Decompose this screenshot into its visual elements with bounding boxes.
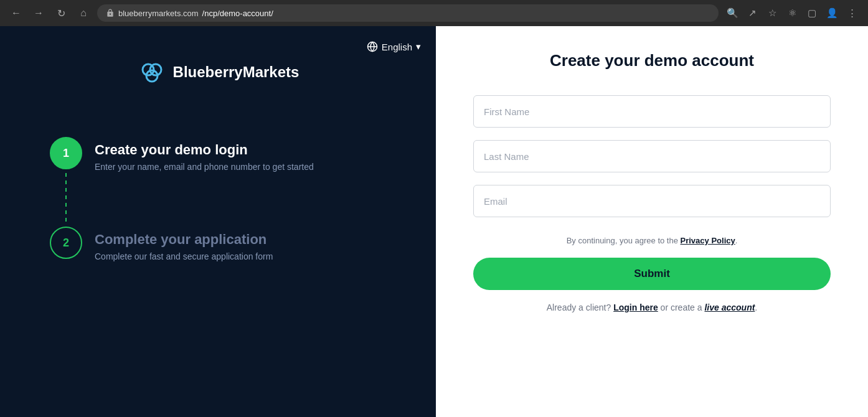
search-icon-btn[interactable]: 🔍 bbox=[724, 4, 741, 22]
last-name-group bbox=[473, 140, 831, 172]
logo-area: BlueberryMarkets bbox=[0, 26, 436, 87]
reload-button[interactable]: ↻ bbox=[52, 4, 70, 22]
step-1-item: 1 Create your demo login Enter your name… bbox=[50, 137, 399, 227]
step-connector-line bbox=[65, 173, 67, 223]
browser-chrome: ← → ↻ ⌂ blueberrymarkets.com/ncp/demo-ac… bbox=[0, 0, 868, 26]
step-2-title: Complete your application bbox=[95, 232, 273, 248]
logo-light: Markets bbox=[243, 63, 300, 80]
step-2-description: Complete our fast and secure application… bbox=[95, 251, 273, 261]
home-button[interactable]: ⌂ bbox=[75, 4, 92, 22]
lock-icon bbox=[106, 9, 115, 17]
last-name-input[interactable] bbox=[473, 140, 831, 172]
step-1-description: Enter your name, email and phone number … bbox=[95, 162, 314, 172]
left-panel: English ▾ BlueberryMarkets 1 bbox=[0, 26, 436, 417]
step-1-content: Create your demo login Enter your name, … bbox=[95, 137, 314, 172]
globe-icon bbox=[367, 41, 378, 52]
star-icon-btn[interactable]: ☆ bbox=[763, 4, 781, 22]
step-1-connector: 1 bbox=[50, 137, 82, 227]
url-prefix: blueberrymarkets.com bbox=[118, 9, 199, 18]
profile-icon-btn[interactable]: 👤 bbox=[823, 4, 841, 22]
step-2-connector: 2 bbox=[50, 227, 82, 259]
live-account-link[interactable]: live account bbox=[704, 302, 755, 312]
form-title: Create your demo account bbox=[550, 51, 754, 70]
step-1-title: Create your demo login bbox=[95, 142, 314, 158]
privacy-prefix: By continuing, you agree to the bbox=[567, 236, 678, 245]
email-group bbox=[473, 185, 831, 217]
url-path: /ncp/demo-account/ bbox=[202, 9, 273, 18]
right-panel: Create your demo account By continuing, … bbox=[436, 26, 868, 417]
email-input[interactable] bbox=[473, 185, 831, 217]
window-icon-btn[interactable]: ▢ bbox=[803, 4, 821, 22]
back-button[interactable]: ← bbox=[7, 4, 25, 22]
privacy-notice: By continuing, you agree to the Privacy … bbox=[567, 236, 738, 245]
chevron-down-icon: ▾ bbox=[416, 41, 421, 52]
forward-button[interactable]: → bbox=[30, 4, 47, 22]
language-selector[interactable]: English ▾ bbox=[367, 41, 421, 52]
step-2-item: 2 Complete your application Complete our… bbox=[50, 227, 399, 261]
login-link[interactable]: Login here bbox=[613, 302, 658, 312]
logo-text: BlueberryMarkets bbox=[173, 63, 300, 81]
share-icon-btn[interactable]: ↗ bbox=[743, 4, 761, 22]
blueberry-logo-icon bbox=[137, 57, 167, 87]
privacy-policy-link[interactable]: Privacy Policy bbox=[681, 236, 735, 245]
steps-area: 1 Create your demo login Enter your name… bbox=[0, 87, 436, 417]
step-1-circle: 1 bbox=[50, 137, 82, 169]
language-label: English bbox=[382, 42, 412, 52]
submit-button[interactable]: Submit bbox=[473, 258, 831, 290]
step-2-circle: 2 bbox=[50, 227, 82, 259]
menu-icon-btn[interactable]: ⋮ bbox=[843, 4, 861, 22]
extension-icon-btn[interactable]: ⚛ bbox=[783, 4, 801, 22]
first-name-input[interactable] bbox=[473, 95, 831, 128]
address-bar[interactable]: blueberrymarkets.com/ncp/demo-account/ bbox=[97, 4, 719, 22]
logo-bold: Blueberry bbox=[173, 63, 243, 80]
step-2-content: Complete your application Complete our f… bbox=[95, 227, 273, 261]
browser-icons-right: 🔍 ↗ ☆ ⚛ ▢ 👤 ⋮ bbox=[724, 4, 861, 22]
already-client-text: Already a client? Login here or create a… bbox=[547, 302, 758, 312]
page-wrapper: English ▾ BlueberryMarkets 1 bbox=[0, 26, 868, 417]
first-name-group bbox=[473, 95, 831, 128]
